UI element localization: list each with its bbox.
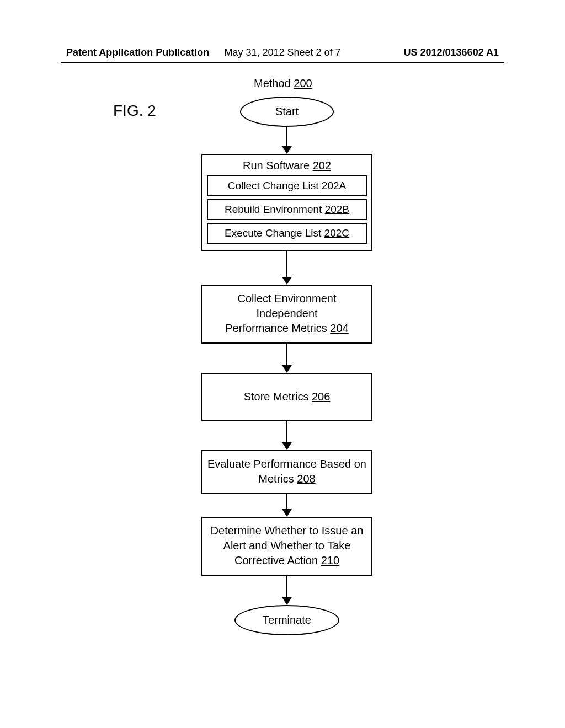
box-202b: Rebuild Environment 202B [207,199,367,220]
box-202a-ref: 202A [322,180,346,191]
arrow [282,344,292,373]
box-204-line1: Collect Environment Independent [238,292,337,319]
arrow-head-icon [282,146,292,154]
header-left: Patent Application Publication [66,47,209,58]
header-of: of [322,47,335,58]
box-202a: Collect Change List 202A [207,175,367,196]
header-date-sheet: May 31, 2012 Sheet [224,47,316,58]
arrow-head-icon [282,365,292,373]
box-202-title-text: Run Software [243,159,313,172]
arrow-line [286,576,288,598]
start-label: Start [275,105,299,118]
arrow-head-icon [282,509,292,517]
header-right: US 2012/0136602 A1 [404,47,499,58]
terminate-label: Terminate [263,614,311,627]
arrow-line [286,127,288,147]
flowchart: Start Run Software 202 Collect Change Li… [193,97,381,635]
box-206-text: Store Metrics [244,390,312,403]
box-206-ref: 206 [312,390,330,403]
terminate-terminator: Terminate [234,605,339,635]
figure-label: FIG. 2 [113,102,156,120]
arrow-head-icon [282,597,292,605]
box-202-title-ref: 202 [313,159,331,172]
arrow-head-icon [282,442,292,450]
page-header: Patent Application Publication May 31, 2… [66,47,499,58]
box-208-line2-text: Metrics [258,473,297,485]
box-determine-alert: Determine Whether to Issue an Alert and … [201,517,372,576]
arrow-line [286,494,288,510]
method-label: Method 200 [254,77,312,90]
box-204-ref: 204 [330,322,348,334]
box-202c-ref: 202C [324,227,349,239]
header-sheet-current: 2 [316,47,322,58]
box-208-line1: Evaluate Performance Based on [207,458,366,470]
arrow-line [286,421,288,443]
box-store-metrics: Store Metrics 206 [201,373,372,421]
box-evaluate-performance: Evaluate Performance Based on Metrics 20… [201,450,372,494]
box-210-line2: Alert and Whether to Take [223,539,351,552]
box-run-software: Run Software 202 Collect Change List 202… [201,154,372,251]
box-204-line2-text: Performance Metrics [225,322,330,334]
arrow-line [286,251,288,277]
arrow [282,576,292,605]
box-202c-text: Execute Change List [225,227,324,239]
box-202b-ref: 202B [325,204,349,215]
box-210-line1: Determine Whether to Issue an [211,524,364,537]
box-202c: Execute Change List 202C [207,223,367,244]
box-210-ref: 210 [321,554,339,566]
box-210-line3-text: Corrective Action [234,554,321,566]
arrow [282,494,292,517]
box-202-title: Run Software 202 [206,159,368,172]
box-208-ref: 208 [297,473,315,485]
box-collect-metrics: Collect Environment Independent Performa… [201,285,372,344]
arrow [282,421,292,450]
arrow-line [286,344,288,366]
arrow-head-icon [282,277,292,285]
header-rule [61,62,504,63]
box-202a-text: Collect Change List [228,180,322,191]
header-center: May 31, 2012 Sheet 2 of 7 [224,47,340,58]
method-ref: 200 [294,77,312,89]
box-202b-text: Rebuild Environment [225,204,325,215]
start-terminator: Start [240,97,334,127]
method-prefix: Method [254,77,294,89]
header-sheet-total: 7 [335,47,341,58]
arrow [282,251,292,285]
arrow [282,127,292,154]
